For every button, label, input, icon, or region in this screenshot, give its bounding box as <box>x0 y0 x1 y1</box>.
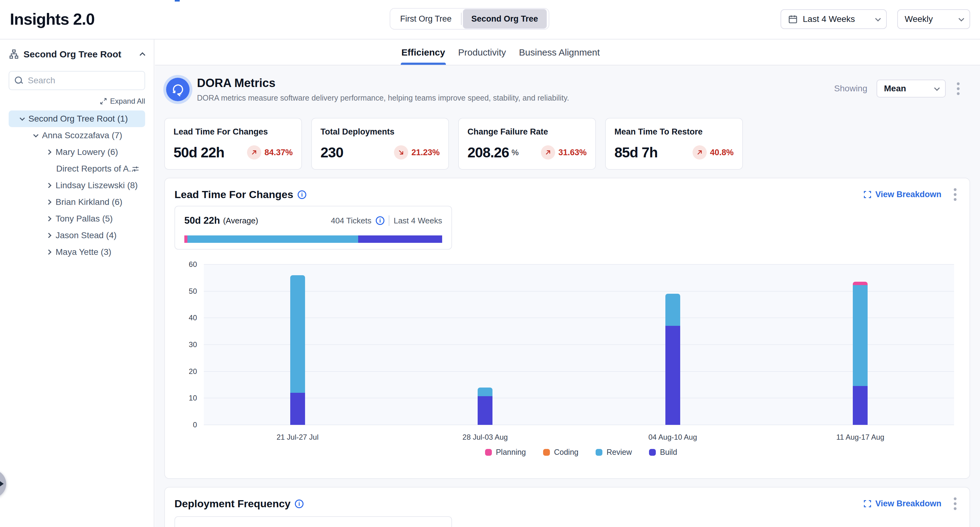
view-breakdown-link[interactable]: View Breakdown <box>863 499 942 508</box>
stacked-bar[interactable] <box>290 275 305 425</box>
aggregation-select[interactable]: Mean <box>877 79 946 97</box>
legend-item-review[interactable]: Review <box>596 448 632 457</box>
trend-delta: 21.23% <box>411 148 440 157</box>
dora-overflow-menu[interactable] <box>955 81 961 97</box>
expand-corners-icon <box>863 500 872 508</box>
legend-item-planning[interactable]: Planning <box>485 448 526 457</box>
tree-item[interactable]: Second Org Tree Root (1) <box>9 111 145 127</box>
chevron-right-icon[interactable] <box>46 249 52 255</box>
trend-badge: 21.23% <box>394 145 440 160</box>
tree-item[interactable]: Lindsay Liszewski (8) <box>9 177 145 194</box>
info-icon[interactable]: i <box>376 216 384 225</box>
chevron-down-icon <box>958 16 964 21</box>
y-axis-tick-label: 40 <box>189 313 197 322</box>
trend-delta: 84.37% <box>264 148 293 157</box>
app-header: Insights 2.0 First Org Tree Second Org T… <box>0 0 980 40</box>
chevron-right-icon[interactable] <box>46 233 52 238</box>
lead-time-overflow-menu[interactable] <box>952 186 958 203</box>
chart-x-axis-labels: 21 Jul-27 Jul28 Jul-03 Aug04 Aug-10 Aug1… <box>204 425 954 442</box>
legend-label: Coding <box>554 448 578 457</box>
stacked-bar[interactable] <box>478 387 492 425</box>
expand-all-icon <box>100 97 107 105</box>
metric-card: Lead Time For Changes50d 22h84.37% <box>164 118 302 170</box>
tree-item[interactable]: Jason Stead (4) <box>9 227 145 244</box>
toggle-first-org-tree[interactable]: First Org Tree <box>392 11 460 27</box>
tab-efficiency[interactable]: Efficiency <box>401 40 445 65</box>
info-icon[interactable]: i <box>295 500 304 508</box>
search-input[interactable] <box>28 76 139 86</box>
tab-productivity[interactable]: Productivity <box>458 40 506 65</box>
stacked-bar[interactable] <box>853 282 868 425</box>
bar-segment-review <box>853 285 868 386</box>
tab-business-alignment[interactable]: Business Alignment <box>519 40 600 65</box>
legend-item-coding[interactable]: Coding <box>543 448 578 457</box>
tab-bar: EfficiencyProductivityBusiness Alignment <box>155 40 980 65</box>
legend-item-build[interactable]: Build <box>649 448 677 457</box>
metric-card-title: Change Failure Rate <box>468 127 587 137</box>
granularity-select[interactable]: Weekly <box>897 9 970 29</box>
toggle-divider <box>461 13 461 25</box>
bar-segment-build <box>853 386 868 425</box>
tree-item[interactable]: Brian Kirkland (6) <box>9 194 145 210</box>
legend-swatch <box>543 449 550 456</box>
trend-badge: 31.63% <box>541 145 587 160</box>
tree-item-label: Anna Scozzafava (7) <box>42 130 122 140</box>
tree-item[interactable]: Mary Lowery (6) <box>9 144 145 160</box>
metric-card: Mean Time To Restore85d 7h40.8% <box>605 118 743 170</box>
chevron-right-icon[interactable] <box>46 183 52 188</box>
sidebar-header: Second Org Tree Root <box>9 46 145 63</box>
app-root: Insights 2.0 First Org Tree Second Org T… <box>0 0 980 527</box>
metric-value-suffix: % <box>512 148 519 157</box>
chart-legend: PlanningCodingReviewBuild <box>204 448 958 457</box>
chevron-right-icon[interactable] <box>46 200 52 205</box>
tree-item[interactable]: Tony Pallas (5) <box>9 210 145 227</box>
chevron-down-icon[interactable] <box>33 132 38 137</box>
filter-sliders-icon[interactable] <box>132 165 140 173</box>
org-tree-toggle: First Org Tree Second Org Tree <box>390 8 549 30</box>
chart-gridline <box>204 344 954 345</box>
legend-swatch <box>485 449 492 456</box>
date-range-select[interactable]: Last 4 Weeks <box>781 9 887 29</box>
expand-corners-icon <box>863 190 872 199</box>
chevron-right-icon[interactable] <box>46 216 52 222</box>
tree-item[interactable]: Direct Reports of A... <box>9 160 145 177</box>
showing-label: Showing <box>834 84 867 94</box>
sidebar-search <box>9 71 145 90</box>
metric-card: Change Failure Rate208.26%31.63% <box>458 118 596 170</box>
tree-item-label: Lindsay Liszewski (8) <box>56 181 138 190</box>
dora-metric-cards: Lead Time For Changes50d 22h84.37%Total … <box>164 118 970 170</box>
trend-up-icon <box>692 145 707 160</box>
view-breakdown-link[interactable]: View Breakdown <box>863 190 942 199</box>
summary-segment-planning[interactable] <box>185 235 188 243</box>
deployment-frequency-title: Deployment Frequency <box>175 498 291 510</box>
dora-subtitle: DORA metrics measure software delivery p… <box>197 94 569 102</box>
deployment-overflow-menu[interactable] <box>952 495 958 512</box>
phase-distribution-bar <box>185 235 442 243</box>
metric-card-value-row: 50d 22h84.37% <box>173 144 293 161</box>
chevron-right-icon[interactable] <box>46 150 52 155</box>
metric-value: 208.26 <box>468 144 509 161</box>
tree-item-label: Tony Pallas (5) <box>56 214 113 224</box>
toggle-second-org-tree[interactable]: Second Org Tree <box>463 9 547 29</box>
summary-segment-build[interactable] <box>358 235 442 243</box>
trend-up-icon <box>541 145 555 160</box>
summary-segment-review[interactable] <box>188 235 358 243</box>
lead-time-panel: Lead Time For Changes i View Breakdown 5… <box>164 178 970 479</box>
tree-item[interactable]: Anna Scozzafava (7) <box>9 127 145 144</box>
metric-value: 50d 22h <box>173 144 224 161</box>
clipped-top-artifact <box>175 0 180 2</box>
sidebar-collapse-button[interactable] <box>140 52 145 58</box>
stacked-bar[interactable] <box>665 294 680 425</box>
tree-item[interactable]: Maya Yette (3) <box>9 244 145 260</box>
trend-delta: 40.8% <box>710 148 733 157</box>
trend-delta: 31.63% <box>558 148 587 157</box>
legend-swatch <box>649 449 656 456</box>
expand-all-button[interactable]: Expand All <box>9 97 145 106</box>
info-icon[interactable]: i <box>298 190 306 199</box>
dora-titles: DORA Metrics DORA metrics measure softwa… <box>197 76 569 102</box>
chevron-down-icon[interactable] <box>20 115 25 121</box>
lead-time-summary-card: 50d 22h (Average) 404 Tickets i Last 4 W… <box>175 206 452 249</box>
legend-label: Build <box>660 448 677 457</box>
y-axis-tick-label: 10 <box>189 394 197 402</box>
chart-gridline <box>204 264 954 265</box>
